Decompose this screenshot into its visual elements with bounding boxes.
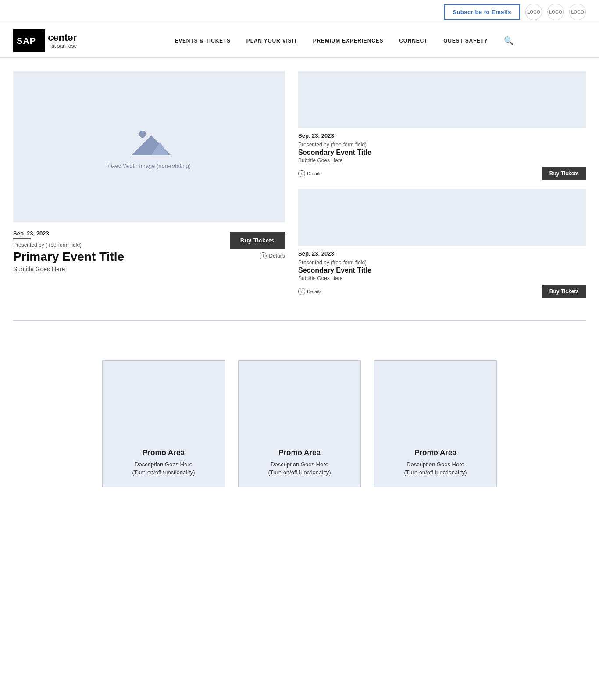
- center-label: center: [48, 32, 77, 43]
- secondary-2-details-icon: i: [298, 288, 305, 295]
- secondary-1-details-icon: i: [298, 170, 305, 177]
- site-logo[interactable]: SAP center at san jose: [13, 24, 77, 57]
- sap-text: SAP: [17, 36, 36, 46]
- secondary-event-2-image: [298, 189, 586, 246]
- nav-events-tickets[interactable]: EVENTS & TICKETS: [167, 28, 238, 53]
- primary-event-info: Sep. 23, 2023 Presented by (free-form fi…: [13, 230, 285, 277]
- primary-details-label: Details: [269, 253, 285, 259]
- date-divider: [13, 238, 31, 239]
- primary-event-title: Primary Event Title: [13, 250, 124, 264]
- secondary-event-2-details-label: Details: [307, 289, 322, 294]
- secondary-event-1-actions: i Details Buy Tickets: [298, 167, 586, 180]
- secondary-event-2-presenter: Presented by (free-form field): [298, 259, 586, 266]
- sap-triangle-icon: [36, 31, 42, 50]
- nav-guest-safety[interactable]: GUEST SAFETY: [435, 28, 496, 53]
- secondary-event-1-details-link[interactable]: i Details: [298, 170, 322, 177]
- partner-logo-2[interactable]: LOGO: [547, 4, 564, 20]
- details-icon: i: [260, 252, 267, 259]
- main-content: Fixed Width Image (non-rotating) Sep. 23…: [0, 58, 599, 338]
- secondary-event-2-date: Sep. 23, 2023: [298, 250, 586, 257]
- partner-logo-3[interactable]: LOGO: [569, 4, 586, 20]
- section-divider: [13, 320, 586, 321]
- secondary-event-1-presenter: Presented by (free-form field): [298, 142, 586, 148]
- secondary-event-2-actions: i Details Buy Tickets: [298, 285, 586, 298]
- nav-connect[interactable]: CONNECT: [391, 28, 435, 53]
- secondary-event-1-info: Sep. 23, 2023 Presented by (free-form fi…: [298, 132, 586, 180]
- san-jose-label: at san jose: [48, 43, 77, 49]
- primary-event-date: Sep. 23, 2023: [13, 230, 124, 237]
- promo-card-1-title: Promo Area: [143, 448, 185, 457]
- main-navigation: EVENTS & TICKETS PLAN YOUR VISIT PREMIUM…: [94, 26, 586, 55]
- nav-plan-visit[interactable]: PLAN YOUR VISIT: [239, 28, 305, 53]
- primary-event-image: Fixed Width Image (non-rotating): [13, 71, 285, 222]
- svg-point-0: [139, 131, 146, 138]
- secondary-event-2-subtitle: Subtitle Goes Here: [298, 275, 586, 281]
- primary-buy-tickets-button[interactable]: Buy Tickets: [230, 232, 285, 249]
- promo-card-1-description: Description Goes Here(Turn on/off functi…: [132, 461, 195, 476]
- secondary-event-2-info: Sep. 23, 2023 Presented by (free-form fi…: [298, 250, 586, 298]
- subscribe-button[interactable]: Subscribe to Emails: [444, 4, 520, 20]
- secondary-event-1-subtitle: Subtitle Goes Here: [298, 157, 586, 163]
- primary-event-subtitle: Subtitle Goes Here: [13, 266, 124, 273]
- sap-logo-box: SAP: [13, 29, 45, 52]
- primary-event: Fixed Width Image (non-rotating) Sep. 23…: [13, 71, 285, 307]
- promo-card-3-title: Promo Area: [414, 448, 456, 457]
- secondary-event-1-title: Secondary Event Title: [298, 149, 586, 156]
- primary-details-link[interactable]: i Details: [260, 252, 285, 259]
- secondary-events: Sep. 23, 2023 Presented by (free-form fi…: [298, 71, 586, 307]
- image-placeholder-icon: [127, 124, 171, 157]
- secondary-event-1-image: [298, 71, 586, 128]
- promo-card-2[interactable]: Promo Area Description Goes Here(Turn on…: [238, 360, 361, 487]
- promo-card-3-description: Description Goes Here(Turn on/off functi…: [404, 461, 467, 476]
- primary-event-presenter: Presented by (free-form field): [13, 242, 124, 248]
- secondary-event-2-title: Secondary Event Title: [298, 266, 586, 274]
- search-icon[interactable]: 🔍: [496, 26, 513, 55]
- secondary-event-1: Sep. 23, 2023 Presented by (free-form fi…: [298, 71, 586, 180]
- secondary-event-2-details-link[interactable]: i Details: [298, 288, 322, 295]
- secondary-event-2: Sep. 23, 2023 Presented by (free-form fi…: [298, 189, 586, 298]
- header-top: Subscribe to Emails LOGO LOGO LOGO: [0, 0, 599, 24]
- site-logo-text: center at san jose: [48, 32, 77, 49]
- image-placeholder-label: Fixed Width Image (non-rotating): [107, 163, 191, 169]
- promo-card-2-title: Promo Area: [278, 448, 321, 457]
- header-nav: SAP center at san jose EVENTS & TICKETS …: [0, 24, 599, 58]
- secondary-event-1-details-label: Details: [307, 171, 322, 176]
- featured-section: Fixed Width Image (non-rotating) Sep. 23…: [13, 71, 586, 307]
- secondary-event-1-date: Sep. 23, 2023: [298, 132, 586, 139]
- promo-card-1[interactable]: Promo Area Description Goes Here(Turn on…: [102, 360, 225, 487]
- promo-card-2-description: Description Goes Here(Turn on/off functi…: [268, 461, 331, 476]
- secondary-event-1-buy-tickets-button[interactable]: Buy Tickets: [542, 167, 586, 180]
- partner-logo-1[interactable]: LOGO: [525, 4, 542, 20]
- promo-section: Promo Area Description Goes Here(Turn on…: [0, 338, 599, 509]
- secondary-event-2-buy-tickets-button[interactable]: Buy Tickets: [542, 285, 586, 298]
- promo-card-3[interactable]: Promo Area Description Goes Here(Turn on…: [374, 360, 497, 487]
- nav-premium[interactable]: PREMIUM EXPERIENCES: [305, 28, 392, 53]
